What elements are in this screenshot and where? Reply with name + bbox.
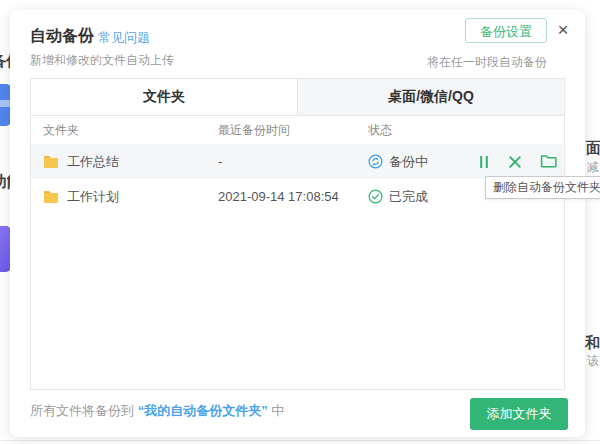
- backup-table-panel: 文件夹 桌面/微信/QQ 文件夹 最近备份时间 状态 工作总结 - 备份中: [30, 78, 565, 390]
- tab-desktop-wechat-qq[interactable]: 桌面/微信/QQ: [297, 79, 564, 115]
- sync-icon: [368, 154, 383, 169]
- status-text: 备份中: [389, 153, 428, 171]
- backup-settings-button[interactable]: 备份设置: [465, 18, 547, 43]
- background-fragment-text: 和: [585, 334, 600, 353]
- faq-link[interactable]: 常见问题: [98, 29, 150, 47]
- status-cell: 备份中: [368, 153, 478, 171]
- schedule-note: 将在任一时段自动备份: [427, 54, 547, 71]
- destination-prefix: 所有文件将备份到: [30, 403, 138, 418]
- folder-name: 工作计划: [67, 188, 119, 206]
- background-fragment-text: 减: [587, 159, 599, 176]
- last-backup-time: 2021-09-14 17:08:54: [218, 189, 368, 204]
- tab-folders[interactable]: 文件夹: [31, 79, 297, 115]
- background-divider: [0, 440, 600, 441]
- folder-name-cell: 工作计划: [43, 188, 218, 206]
- close-icon[interactable]: ×: [551, 18, 575, 42]
- destination-folder-link[interactable]: “我的自动备份文件夹”: [138, 403, 268, 418]
- pause-icon[interactable]: [478, 155, 490, 169]
- column-header-last-backup: 最近备份时间: [218, 122, 368, 139]
- tab-bar: 文件夹 桌面/微信/QQ: [31, 79, 564, 116]
- cancel-x-icon[interactable]: [508, 155, 522, 169]
- last-backup-time: -: [218, 154, 368, 169]
- yellow-folder-icon: [43, 190, 59, 204]
- yellow-folder-icon: [43, 155, 59, 169]
- folder-name: 工作总结: [67, 153, 119, 171]
- status-text: 已完成: [389, 188, 428, 206]
- check-circle-icon: [368, 189, 383, 204]
- open-folder-icon[interactable]: [540, 154, 557, 169]
- table-header: 文件夹 最近备份时间 状态: [31, 116, 564, 144]
- background-fragment-text: 面: [586, 139, 600, 158]
- page-title: 自动备份: [30, 26, 94, 47]
- backup-destination-text: 所有文件将备份到 “我的自动备份文件夹” 中: [30, 402, 284, 420]
- add-folder-button[interactable]: 添加文件夹: [470, 398, 568, 430]
- column-header-status: 状态: [368, 122, 552, 139]
- table-row[interactable]: 工作总结 - 备份中: [31, 144, 564, 179]
- delete-backup-folder-tooltip: 删除自动备份文件夹: [485, 176, 600, 199]
- background-fragment-text: 该: [587, 353, 599, 370]
- dialog-subtitle: 新增和修改的文件自动上传: [30, 52, 174, 69]
- folder-name-cell: 工作总结: [43, 153, 218, 171]
- status-cell: 已完成: [368, 188, 478, 206]
- destination-suffix: 中: [268, 403, 285, 418]
- auto-backup-dialog: 自动备份 常见问题 新增和修改的文件自动上传 备份设置 × 将在任一时段自动备份…: [10, 10, 585, 437]
- column-header-folder: 文件夹: [43, 122, 218, 139]
- row-actions: [478, 154, 573, 169]
